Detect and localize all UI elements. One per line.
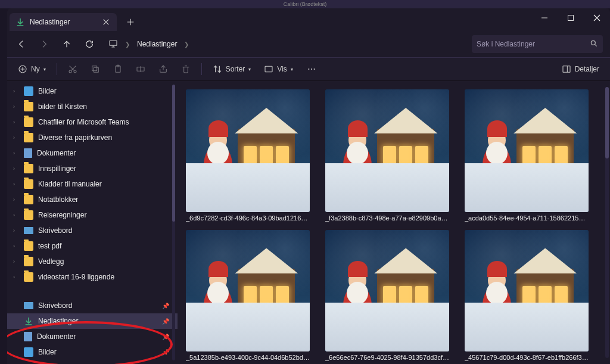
tree-item-label: Notatblokker (38, 195, 78, 204)
sort-button[interactable]: Sorter ▾ (208, 61, 256, 77)
tab-downloads[interactable]: Nedlastinger (10, 13, 117, 31)
tree-item[interactable]: ›videostart 16-9 liggende (7, 269, 178, 285)
tree-item[interactable]: ›Skrivebord (7, 223, 178, 238)
refresh-button[interactable] (79, 35, 100, 54)
expand-chevron-icon[interactable]: › (13, 181, 19, 187)
quick-item-label: Skrivebord (38, 301, 72, 310)
minimize-button[interactable] (531, 8, 558, 27)
tree-item[interactable]: ›Bilder (7, 83, 178, 99)
chevron-down-icon: ▾ (291, 67, 293, 72)
copy-button[interactable] (86, 61, 105, 77)
expand-chevron-icon[interactable]: › (13, 228, 19, 234)
content-scrollbar[interactable] (605, 87, 609, 358)
file-thumbnail[interactable] (465, 230, 589, 351)
tree-item[interactable]: ›test pdf (7, 238, 178, 254)
quick-access-item[interactable]: Skrivebord📌 (7, 298, 178, 313)
file-thumbnail[interactable] (186, 230, 310, 351)
quick-access-item[interactable]: Dokumenter📌 (7, 329, 178, 344)
expand-chevron-icon[interactable]: › (13, 88, 19, 94)
new-button[interactable]: Ny ▾ (13, 61, 51, 77)
sort-label: Sorter (226, 65, 245, 73)
expand-chevron-icon[interactable]: › (13, 197, 19, 203)
chevron-down-icon: ▾ (43, 67, 46, 72)
breadcrumb[interactable]: ❯ Nedlastinger ❯ (105, 35, 471, 53)
svg-rect-15 (563, 66, 570, 73)
tree-item-label: Reiseregninger (38, 211, 86, 219)
details-button[interactable]: Detaljer (557, 61, 604, 77)
expand-chevron-icon[interactable]: › (13, 150, 19, 156)
delete-button[interactable] (176, 61, 195, 77)
tree-item[interactable]: ›Kladder til manualer (7, 176, 178, 192)
search-box[interactable] (472, 35, 603, 53)
file-name-label: _f3a2388b-c873-498e-a77a-e82909b0a252.jp… (325, 214, 449, 222)
search-icon (590, 39, 598, 49)
pin-icon[interactable]: 📌 (162, 334, 169, 340)
back-button[interactable] (11, 35, 32, 54)
tab-close-button[interactable] (101, 17, 111, 27)
file-item[interactable]: _45671c79-d00d-493c-8f67-eb1ffb266f35.jp… (465, 230, 589, 361)
desktop-icon (24, 227, 33, 234)
cut-button[interactable] (63, 61, 82, 77)
chevron-down-icon: ▾ (248, 67, 251, 72)
svg-rect-11 (265, 66, 272, 71)
pin-icon[interactable]: 📌 (162, 303, 169, 309)
expand-chevron-icon[interactable]: › (13, 104, 19, 110)
file-thumbnail[interactable] (325, 230, 449, 351)
more-button[interactable] (301, 61, 322, 77)
tree-item[interactable]: ›Diverse fra papirkurven (7, 130, 178, 145)
expand-chevron-icon[interactable]: › (13, 259, 19, 265)
tree-item-label: Bilder (38, 87, 57, 95)
forward-button[interactable] (33, 35, 55, 54)
expand-chevron-icon[interactable]: › (13, 119, 19, 125)
close-window-button[interactable] (584, 8, 610, 27)
view-label: Vis (277, 65, 287, 73)
folder-icon (24, 241, 33, 251)
tabstrip: Nedlastinger (7, 8, 610, 31)
pin-icon[interactable]: 📌 (162, 318, 169, 325)
image-icon (24, 86, 33, 96)
maximize-button[interactable] (558, 8, 584, 27)
breadcrumb-root-icon[interactable] (105, 36, 122, 52)
breadcrumb-downloads[interactable]: Nedlastinger (133, 38, 180, 51)
file-thumbnail[interactable] (465, 89, 589, 212)
tab-title: Nedlastinger (30, 18, 70, 26)
svg-point-12 (308, 69, 309, 70)
quick-access-item[interactable]: Nedlastinger📌 (7, 313, 178, 329)
tree-item[interactable]: ›Innspillinger (7, 161, 178, 176)
file-item[interactable]: _f3a2388b-c873-498e-a77a-e82909b0a252.jp… (325, 89, 449, 222)
file-item[interactable]: _6e66ec67-76e9-4025-98f4-91357dd3cf31.jp… (325, 230, 449, 361)
scrollbar-thumb[interactable] (605, 87, 609, 158)
expand-chevron-icon[interactable]: › (13, 243, 19, 249)
expand-chevron-icon[interactable]: › (13, 274, 19, 280)
file-item[interactable]: _5a12385b-e493-400c-9c44-04d6b52bd7de.jp… (186, 230, 310, 361)
new-tab-button[interactable] (120, 13, 141, 31)
up-button[interactable] (56, 35, 77, 54)
share-button[interactable] (154, 61, 173, 77)
tree-item[interactable]: ›Reiseregninger (7, 207, 178, 223)
chevron-right-icon: ❯ (183, 41, 190, 48)
expand-chevron-icon[interactable]: › (13, 166, 19, 172)
file-thumbnail[interactable] (186, 89, 310, 212)
expand-chevron-icon[interactable]: › (13, 135, 19, 141)
expand-chevron-icon[interactable]: › (13, 212, 19, 218)
search-input[interactable] (477, 40, 586, 48)
file-item[interactable]: _6d9c7282-cd3f-496c-84a3-09bad12164a6.jp… (186, 89, 310, 222)
command-bar: Ny ▾ Sorter ▾ Vis ▾ (7, 57, 610, 81)
paste-button[interactable] (108, 61, 127, 77)
tree-item[interactable]: ›Dokumenter (7, 145, 178, 161)
file-thumbnail[interactable] (325, 89, 449, 212)
tree-item[interactable]: ›Notatblokker (7, 192, 178, 207)
view-button[interactable]: Vis ▾ (259, 61, 297, 77)
svg-rect-7 (92, 66, 97, 71)
file-item[interactable]: _acda0d55-84ee-4954-a711-158622156782.jp… (465, 89, 589, 222)
file-name-label: _6d9c7282-cd3f-496c-84a3-09bad12164a6.jp… (186, 214, 310, 222)
sidebar-scrollbar[interactable] (172, 85, 175, 360)
tree-item[interactable]: ›bilder til Kirsten (7, 99, 178, 114)
quick-access-item[interactable]: Bilder📌 (7, 344, 178, 360)
tree-item[interactable]: ›Vedlegg (7, 254, 178, 269)
folder-icon (24, 272, 33, 282)
tree-item[interactable]: ›Chatfiler for Microsoft Teams (7, 114, 178, 130)
pin-icon[interactable]: 📌 (162, 349, 169, 356)
rename-button[interactable] (131, 61, 150, 77)
scrollbar-thumb[interactable] (172, 85, 175, 222)
